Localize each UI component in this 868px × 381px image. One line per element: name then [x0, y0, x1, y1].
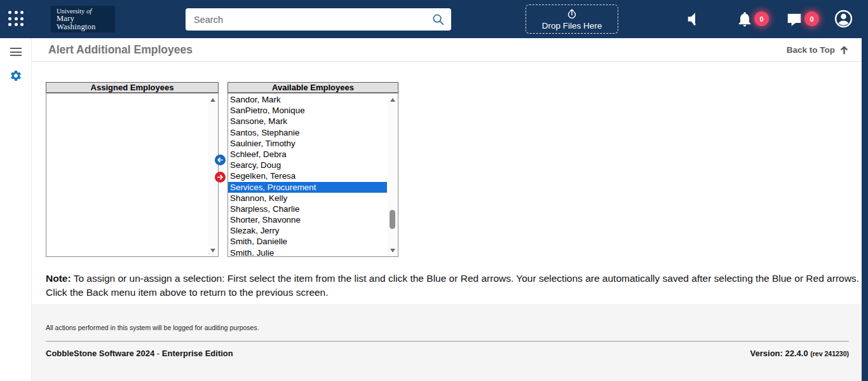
scroll-down-button[interactable]	[388, 246, 397, 255]
note-label: Note:	[46, 273, 71, 284]
page-title: Alert Additional Employees	[48, 43, 193, 57]
list-item[interactable]: Sansone, Mark	[228, 116, 387, 127]
back-to-top-label: Back to Top	[787, 45, 835, 55]
list-item[interactable]: Santos, Stephanie	[228, 127, 387, 138]
scroll-thumb[interactable]	[390, 210, 395, 229]
note-text: To assign or un-assign a selection: Firs…	[46, 273, 859, 298]
settings-gear-icon[interactable]	[10, 69, 22, 82]
search-input[interactable]	[186, 8, 451, 31]
assign-left-arrow-button[interactable]	[215, 155, 226, 165]
instructions-note: Note: To assign or un-assign a selection…	[46, 272, 863, 300]
list-item[interactable]: Smith, Danielle	[228, 236, 387, 247]
dropzone-label: Drop Files Here	[542, 21, 602, 31]
apps-grid-icon[interactable]	[8, 11, 25, 27]
scroll-down-icon	[390, 249, 395, 253]
app-window: University of Mary Washington Drop Files…	[0, 0, 868, 381]
scroll-up-button[interactable]	[388, 95, 397, 104]
list-item[interactable]: Slezak, Jerry	[228, 225, 387, 236]
audit-notice: All actions performed in this system wil…	[32, 304, 862, 331]
scroll-up-icon	[210, 98, 215, 102]
brand-sep: -	[154, 349, 162, 358]
available-employees-listbox[interactable]: Sandor, MarkSanPietro, MoniqueSansone, M…	[227, 93, 398, 257]
menu-hamburger-icon[interactable]	[10, 48, 22, 59]
list-item[interactable]: Services, Procurement	[228, 182, 387, 193]
version-text: Version: 22.4.0 (rev 241230)	[750, 349, 849, 358]
list-item[interactable]: Saulnier, Timothy	[228, 138, 387, 149]
page-header: Alert Additional Employees Back to Top	[32, 38, 862, 62]
search-icon[interactable]	[431, 12, 445, 27]
right-edge-strip	[862, 38, 868, 381]
scroll-up-button[interactable]	[208, 95, 217, 104]
assigned-employees-listbox[interactable]	[46, 93, 219, 257]
megaphone-icon[interactable]	[686, 10, 705, 29]
user-profile-icon[interactable]	[834, 9, 853, 29]
scroll-down-button[interactable]	[208, 246, 217, 255]
assigned-employees-header: Assigned Employees	[46, 82, 219, 93]
logo-line1: University of	[57, 8, 115, 15]
messages-badge[interactable]: 0	[804, 11, 819, 26]
top-navigation-bar: University of Mary Washington Drop Files…	[0, 0, 868, 38]
brand-edition: Enterprise Edition	[162, 349, 233, 358]
list-item[interactable]: Shannon, Kelly	[228, 193, 387, 204]
brand-text: CobbleStone Software 2024 - Enterprise E…	[46, 349, 233, 358]
university-logo[interactable]: University of Mary Washington	[51, 6, 115, 32]
file-dropzone[interactable]: Drop Files Here	[526, 4, 618, 34]
scroll-up-icon	[390, 98, 395, 102]
version-label: Version:	[750, 349, 783, 358]
upload-cloud-icon	[566, 8, 578, 20]
back-to-top-arrow-icon	[839, 45, 849, 55]
bell-icon[interactable]	[736, 10, 754, 28]
version-rev: (rev 241230)	[810, 350, 849, 357]
available-employees-header: Available Employees	[227, 82, 398, 93]
list-item[interactable]: Sandor, Mark	[228, 94, 387, 105]
list-item[interactable]: Schleef, Debra	[228, 149, 387, 160]
back-to-top-link[interactable]: Back to Top	[787, 45, 849, 55]
list-item[interactable]: Searcy, Doug	[228, 160, 387, 170]
search-box	[186, 8, 451, 31]
sidebar	[0, 38, 32, 381]
list-item[interactable]: Sharpless, Charlie	[228, 204, 387, 214]
list-item[interactable]: Smith, Julie	[228, 247, 387, 256]
notifications-badge[interactable]: 0	[754, 11, 769, 26]
unassign-right-arrow-button[interactable]	[215, 172, 226, 183]
logo-line2: Mary Washington	[57, 15, 115, 31]
list-item[interactable]: Segelken, Teresa	[228, 170, 387, 181]
assign-left-arrow-icon	[217, 156, 224, 163]
list-item[interactable]: Shorter, Shavonne	[228, 214, 387, 225]
available-scrollbar[interactable]	[388, 94, 397, 256]
unassign-right-arrow-icon	[217, 174, 224, 181]
scroll-down-icon	[210, 249, 215, 253]
footer: All actions performed in this system wil…	[32, 304, 862, 381]
chat-bubble-icon[interactable]	[786, 11, 803, 28]
brand-name: CobbleStone Software 2024	[46, 349, 154, 358]
version-number: 22.4.0	[785, 349, 808, 358]
list-item[interactable]: SanPietro, Monique	[228, 105, 387, 116]
